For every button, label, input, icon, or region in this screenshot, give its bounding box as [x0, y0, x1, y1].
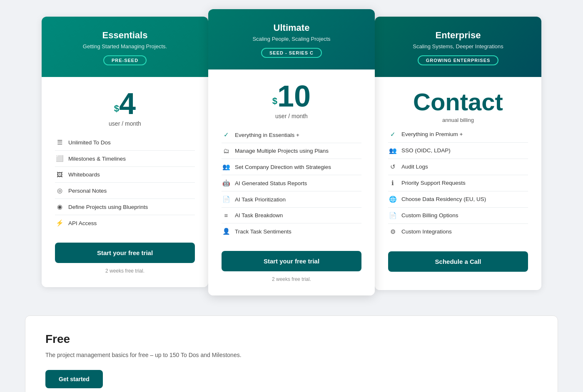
ultimate-trial-note: 2 weeks free trial. [222, 276, 361, 282]
feature-text: Whiteboards [68, 171, 100, 178]
enterprise-subtitle: Scaling Systems, Deeper Integrations [385, 43, 531, 50]
calendar-icon: ⬜ [55, 155, 64, 162]
list-item: 👥 Set Company Direction with Strategies [222, 159, 361, 175]
ultimate-cta-button[interactable]: Start your free trial [222, 251, 361, 271]
list-item: ⬜ Milestones & Timelines [55, 151, 195, 167]
list-item: ⚡ API Access [55, 215, 195, 231]
pricing-cards-container: Essentials Getting Started Managing Proj… [8, 8, 575, 311]
essentials-cta-button[interactable]: Start your free trial [55, 243, 195, 263]
essentials-body: $4 user / month ☰ Unlimited To Dos ⬜ Mil… [42, 77, 208, 287]
globe-icon: 🌐 [388, 196, 397, 203]
report-icon: 🤖 [222, 179, 231, 187]
integration-icon: ⚙ [388, 228, 397, 236]
sso-icon: 👥 [388, 147, 397, 154]
ultimate-title: Ultimate [218, 22, 365, 33]
feature-text: API Access [68, 220, 97, 226]
enterprise-billing-note: annual billing [388, 117, 528, 123]
feature-text: Custom Integrations [401, 228, 452, 235]
feature-text: Manage Multiple Projects using Plans [235, 148, 329, 154]
feature-text: Set Company Direction with Strategies [235, 164, 331, 170]
enterprise-features: ✓ Everything in Premium + 👥 SSO (OIDC, L… [388, 127, 528, 240]
list-item: 📄 AI Task Prioritization [222, 191, 361, 208]
breakdown-icon: ≡ [222, 212, 231, 219]
api-icon: ⚡ [55, 219, 64, 227]
enterprise-title: Enterprise [385, 30, 531, 41]
essentials-amount: 4 [119, 87, 136, 120]
feature-text: AI Task Prioritization [235, 196, 286, 203]
essentials-features: ☰ Unlimited To Dos ⬜ Milestones & Timeli… [55, 134, 195, 231]
list-item: ☰ Unlimited To Dos [55, 134, 195, 151]
list-item: ◉ Define Projects using Blueprints [55, 199, 195, 215]
feature-text: Define Projects using Blueprints [68, 204, 148, 210]
ultimate-dollar: $ [272, 96, 277, 106]
essentials-dollar: $ [114, 103, 119, 114]
list-item: 📄 Custom Billing Options [388, 208, 528, 224]
support-icon: ℹ [388, 179, 397, 187]
list-item: ◎ Personal Notes [55, 183, 195, 199]
feature-text: Custom Billing Options [401, 212, 458, 218]
enterprise-badge: GROWING ENTERPRISES [418, 55, 499, 65]
ultimate-body: $10 user / month ✓ Everything in Essenti… [208, 69, 375, 295]
sentiment-icon: 👤 [222, 228, 231, 235]
feature-text: Unlimited To Dos [68, 139, 111, 146]
feature-text: Everything in Premium + [401, 131, 463, 137]
essentials-title: Essentials [52, 30, 198, 41]
essentials-subtitle: Getting Started Managing Projects. [52, 43, 198, 50]
list-item: ✓ Everything in Essentials + [222, 127, 361, 143]
free-cta-button[interactable]: Get started [45, 370, 103, 388]
list-item: 🖼 Whiteboards [55, 167, 195, 183]
essentials-per: user / month [55, 120, 195, 127]
ultimate-price: $10 user / month [222, 81, 361, 119]
list-item: 🗂 Manage Multiple Projects using Plans [222, 143, 361, 159]
feature-text: SSO (OIDC, LDAP) [401, 147, 451, 154]
billing-icon: 📄 [388, 212, 397, 219]
feature-text: Everything in Essentials + [235, 132, 299, 138]
feature-text: Milestones & Timelines [68, 156, 126, 162]
list-item: ↺ Audit Logs [388, 159, 528, 175]
folder-icon: 🗂 [222, 147, 231, 154]
free-section: Free The project management basics for f… [25, 315, 558, 392]
eye-icon: ◉ [55, 203, 64, 211]
enterprise-cta-button[interactable]: Schedule a Call [388, 251, 528, 272]
list-icon: ☰ [55, 139, 64, 146]
list-item: 🤖 AI Generated Status Reports [222, 175, 361, 191]
notes-icon: ◎ [55, 187, 64, 194]
audit-icon: ↺ [388, 163, 397, 171]
task-icon: 📄 [222, 196, 231, 203]
essentials-header: Essentials Getting Started Managing Proj… [42, 17, 208, 77]
ultimate-per: user / month [222, 113, 361, 119]
list-item: 🌐 Choose Data Residency (EU, US) [388, 191, 528, 208]
whiteboard-icon: 🖼 [55, 171, 64, 178]
essentials-card: Essentials Getting Started Managing Proj… [42, 17, 208, 287]
ultimate-subtitle: Scaling People, Scaling Projects [218, 36, 365, 42]
check-icon: ✓ [388, 131, 397, 138]
check-icon: ✓ [222, 131, 231, 139]
essentials-badge: PRE-SEED [103, 55, 147, 65]
ultimate-header: Ultimate Scaling People, Scaling Project… [208, 9, 375, 69]
feature-text: Audit Logs [401, 164, 428, 170]
enterprise-card: Enterprise Scaling Systems, Deeper Integ… [375, 17, 541, 290]
enterprise-contact-text: Contact [388, 89, 528, 115]
strategy-icon: 👥 [222, 163, 231, 171]
feature-text: Priority Support Requests [401, 180, 466, 186]
enterprise-body: Contact annual billing ✓ Everything in P… [375, 77, 541, 290]
essentials-trial-note: 2 weeks free trial. [55, 268, 195, 274]
list-item: ✓ Everything in Premium + [388, 127, 528, 143]
enterprise-header: Enterprise Scaling Systems, Deeper Integ… [375, 17, 541, 77]
essentials-price: $4 user / month [55, 89, 195, 127]
list-item: ⚙ Custom Integrations [388, 224, 528, 240]
ultimate-badge: SEED - SERIES C [261, 48, 322, 58]
list-item: 👥 SSO (OIDC, LDAP) [388, 143, 528, 159]
feature-text: AI Task Breakdown [235, 212, 283, 218]
ultimate-amount: 10 [277, 79, 311, 113]
feature-text: Personal Notes [68, 188, 107, 194]
ultimate-card: Ultimate Scaling People, Scaling Project… [208, 9, 375, 295]
free-description: The project management basics for free –… [45, 352, 538, 358]
ultimate-features: ✓ Everything in Essentials + 🗂 Manage Mu… [222, 127, 361, 239]
enterprise-price: Contact annual billing [388, 89, 528, 123]
free-title: Free [45, 332, 538, 346]
feature-text: Track Task Sentiments [235, 228, 292, 235]
list-item: ℹ Priority Support Requests [388, 175, 528, 191]
list-item: ≡ AI Task Breakdown [222, 208, 361, 223]
feature-text: Choose Data Residency (EU, US) [401, 196, 486, 202]
